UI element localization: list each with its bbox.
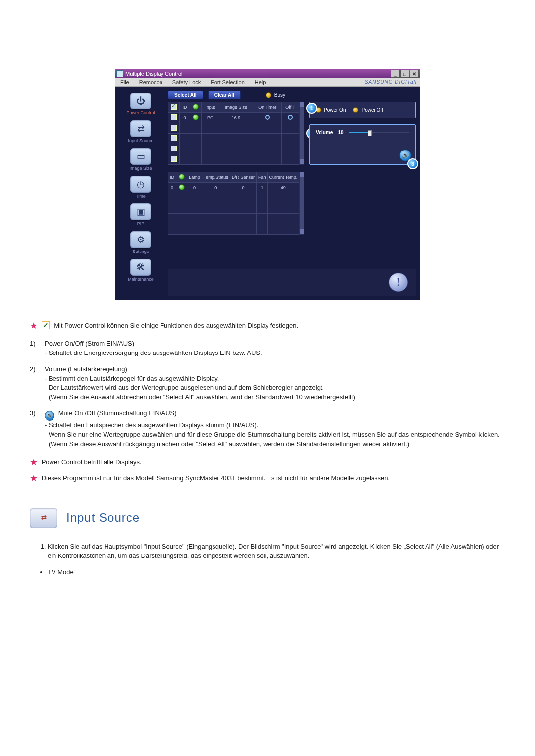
sidebar-item-time[interactable]: ◷ Time xyxy=(120,174,161,200)
note-1: ★ Power Control betrifft alle Displays. xyxy=(30,456,505,469)
col-br-sensor: B/R Senser xyxy=(230,172,256,183)
sidebar-item-maintenance[interactable]: 🛠 Maintenance xyxy=(120,257,161,283)
col-fan: Fan xyxy=(256,172,268,183)
busy-dot-icon xyxy=(266,92,271,98)
scroll-up-icon[interactable] xyxy=(300,102,304,107)
volume-label: Volume xyxy=(316,130,333,135)
note-text: Dieses Programm ist nur für das Modell S… xyxy=(42,474,390,482)
menu-remocon[interactable]: Remocon xyxy=(134,78,167,86)
sidebar-item-input-source[interactable]: ⇄ Input Source xyxy=(120,118,161,144)
section-bullet-list: TV Mode xyxy=(30,568,505,577)
status-icon xyxy=(179,174,185,180)
close-button[interactable]: ✕ xyxy=(410,70,419,78)
title-bar: Multiple Display Control _ □ ✕ xyxy=(115,69,420,78)
list-item-2: 2) Volume (Lautstärkeregelung) - Bestimm… xyxy=(30,365,505,402)
status-icon xyxy=(179,184,185,190)
select-all-button[interactable]: Select All xyxy=(168,91,203,99)
minimize-button[interactable]: _ xyxy=(391,70,400,78)
cell-temp-status: 0 xyxy=(202,183,230,193)
col-temp-status: Temp.Status xyxy=(202,172,230,183)
volume-panel: Volume 10 🔊 3 xyxy=(309,124,416,165)
col-id: ID xyxy=(168,172,176,183)
sidebar-item-power-control[interactable]: ⏻ Power Control xyxy=(120,91,161,116)
slider-handle[interactable] xyxy=(368,130,372,136)
item-line: - Bestimmt den Lautstärkepegel für das a… xyxy=(45,374,355,384)
cell-ctemp: 49 xyxy=(268,183,299,193)
note-text: Power Control betrifft alle Displays. xyxy=(42,458,142,466)
sidebar-item-label: Settings xyxy=(133,249,149,254)
bullet-item: TV Mode xyxy=(48,568,505,577)
gear-icon: ⚙ xyxy=(130,231,151,248)
list-item-3: 3) 🔊 Mute On /Off (Stummschaltung EIN/AU… xyxy=(30,409,505,449)
volume-slider[interactable] xyxy=(349,131,409,134)
scrollbar[interactable] xyxy=(299,172,304,235)
scroll-down-icon[interactable] xyxy=(300,229,304,234)
item-line: - Schaltet den Lautsprecher des ausgewäh… xyxy=(45,421,500,430)
mute-inline-icon: 🔊 xyxy=(45,411,54,421)
scrollbar[interactable] xyxy=(299,102,304,165)
col-lamp: Lamp xyxy=(187,172,202,183)
brand-label: SAMSUNG DIGITall xyxy=(362,78,420,86)
row-checkbox[interactable] xyxy=(171,146,177,151)
header-checkbox[interactable] xyxy=(171,104,177,110)
row-checkbox[interactable] xyxy=(171,114,177,120)
status-icon xyxy=(193,114,199,120)
sidebar-item-label: Power Control xyxy=(126,110,155,115)
col-id: ID xyxy=(180,102,190,113)
callout-1: 1 xyxy=(306,103,317,114)
cell-input: PC xyxy=(202,113,219,123)
maximize-button[interactable]: □ xyxy=(400,70,409,78)
power-on-button[interactable]: Power On xyxy=(324,107,346,113)
scroll-up-icon[interactable] xyxy=(300,172,304,177)
row-checkbox[interactable] xyxy=(171,135,177,141)
item-title: Volume (Lautstärkeregelung) xyxy=(45,365,355,374)
intro-text: Mit Power Control können Sie einige Funk… xyxy=(54,322,298,329)
display-table: ID Input Image Size On Timer Off T 0 xyxy=(168,102,299,165)
sidebar-item-label: Maintenance xyxy=(128,277,154,282)
intro-line: ★ Mit Power Control können Sie einige Fu… xyxy=(30,319,505,332)
sidebar-item-label: PIP xyxy=(137,221,145,226)
sidebar: ⏻ Power Control ⇄ Input Source ▭ Image S… xyxy=(115,87,166,300)
menu-help[interactable]: Help xyxy=(250,78,271,86)
cell-image-size: 16:9 xyxy=(219,113,253,123)
scroll-down-icon[interactable] xyxy=(300,159,304,164)
table-row[interactable]: 0 0 0 0 1 49 xyxy=(168,183,299,193)
pip-icon: ▣ xyxy=(130,203,151,220)
item-number: 3) xyxy=(30,409,41,449)
menu-port-selection[interactable]: Port Selection xyxy=(206,78,249,86)
status-icon xyxy=(193,104,199,110)
clear-all-button[interactable]: Clear All xyxy=(208,91,241,99)
input-source-icon: ⇄ xyxy=(130,120,151,137)
timer-off-icon xyxy=(288,115,293,120)
image-size-icon: ▭ xyxy=(130,148,151,165)
power-off-button[interactable]: Power Off xyxy=(361,107,383,113)
time-icon: ◷ xyxy=(130,176,151,193)
section-ordered-list: Klicken Sie auf das Hauptsymbol "Input S… xyxy=(30,542,505,561)
section-header: ⇄ Input Source xyxy=(30,508,505,528)
col-current-temp: Current Temp. xyxy=(268,172,299,183)
item-line: Wenn Sie nur eine Wertegruppe auswählen … xyxy=(45,430,500,440)
menu-safety-lock[interactable]: Safety Lock xyxy=(167,78,206,86)
col-image-size: Image Size xyxy=(219,102,253,113)
col-input: Input xyxy=(202,102,219,113)
power-icon: ⏻ xyxy=(130,93,151,109)
power-off-dot-icon xyxy=(353,107,358,113)
item-line: Der Lautstärkewert wird aus der Wertegru… xyxy=(45,383,355,393)
cell-br: 0 xyxy=(230,183,256,193)
star-icon: ★ xyxy=(30,321,38,331)
item-title: Power On/Off (Strom EIN/AUS) xyxy=(45,339,262,349)
cell-id: 0 xyxy=(168,183,176,193)
star-icon: ★ xyxy=(30,473,38,483)
item-title: Mute On /Off (Stummschaltung EIN/AUS) xyxy=(58,409,177,417)
checkbox-icon xyxy=(42,321,50,329)
row-checkbox[interactable] xyxy=(171,156,177,162)
sidebar-item-settings[interactable]: ⚙ Settings xyxy=(120,229,161,255)
power-panel: Power On Power Off xyxy=(309,102,416,118)
row-checkbox[interactable] xyxy=(171,125,177,131)
section-title: Input Source xyxy=(66,509,140,527)
item-number: 1) xyxy=(30,339,41,358)
sidebar-item-pip[interactable]: ▣ PIP xyxy=(120,202,161,227)
sidebar-item-image-size[interactable]: ▭ Image Size xyxy=(120,146,161,172)
menu-file[interactable]: File xyxy=(115,78,134,86)
table-row[interactable]: 0 PC 16:9 xyxy=(168,113,299,123)
